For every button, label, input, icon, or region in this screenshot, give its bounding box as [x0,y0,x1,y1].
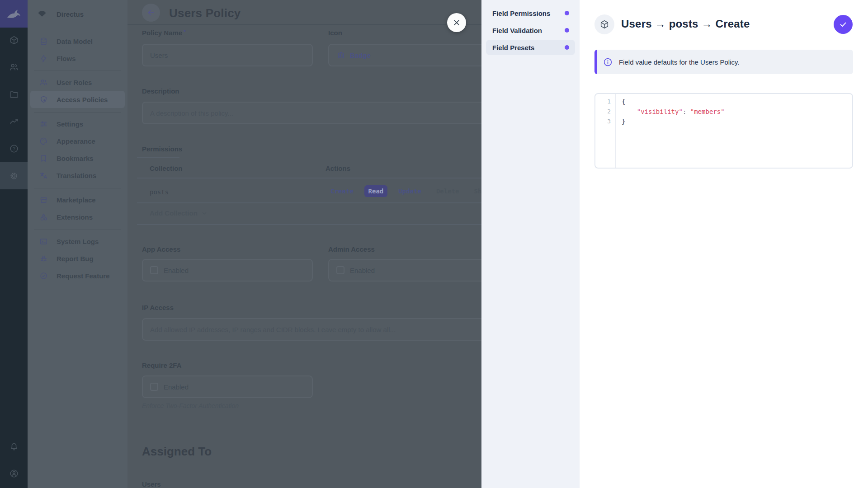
tab-field-presets[interactable]: Field Presets [486,40,575,55]
tab-label: Field Validation [492,27,565,34]
info-icon [603,57,613,67]
tab-label: Field Permissions [492,9,565,17]
status-dot-icon [565,11,569,15]
line-number: 2 [595,107,615,117]
code-content: { "visibility": "members"} [622,97,725,127]
code-value: "members" [690,108,725,115]
code-line-3: } [622,117,725,127]
drawer-tabs-panel: Field Permissions Field Validation Field… [481,0,580,488]
line-number: 1 [595,97,615,107]
drawer-header-badge [594,14,614,34]
code-line-1: { [622,97,725,107]
notice-accent-bar [594,50,597,74]
drawer-title: Users → posts → Create [621,18,750,30]
tab-label: Field Presets [492,44,565,52]
close-icon [453,19,461,27]
drawer-close-button[interactable] [447,13,466,32]
code-gutter: 1 2 3 [595,94,616,168]
info-notice: Field value defaults for the Users Polic… [594,50,853,74]
app-root: ? Directus Data Model Flows [0,0,868,488]
notice-text: Field value defaults for the Users Polic… [619,58,740,66]
status-dot-icon [565,28,569,33]
code-key: "visibility" [637,108,683,115]
line-number: 3 [595,117,615,127]
check-icon [839,20,848,29]
drawer-backdrop[interactable] [0,0,481,488]
code-line-2: "visibility": "members" [622,107,725,117]
save-button[interactable] [834,15,853,34]
tab-field-permissions[interactable]: Field Permissions [486,5,575,21]
tab-field-validation[interactable]: Field Validation [486,23,575,38]
cube-icon [599,19,609,29]
presets-code-editor[interactable]: 1 2 3 { "visibility": "members"} [594,93,853,169]
status-dot-icon [565,45,569,50]
field-presets-drawer: Users → posts → Create Field value defau… [580,0,868,488]
